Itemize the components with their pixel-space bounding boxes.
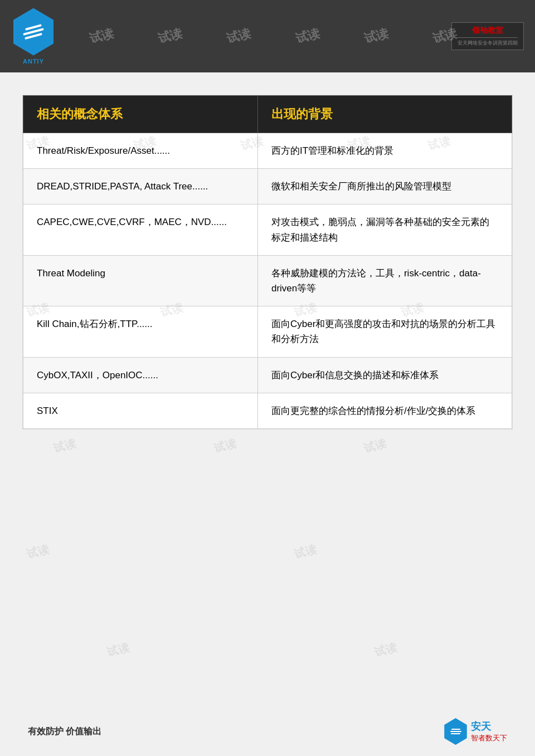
table-cell-right: 面向更完整的综合性的情报分析/作业/交换的体系 <box>257 393 512 428</box>
logo-text: ANTIY <box>23 58 44 65</box>
table-cell-right: 面向Cyber和更高强度的攻击和对抗的场景的分析工具和分析方法 <box>257 306 512 357</box>
footer-brand-sub: 智者数天下 <box>471 733 507 743</box>
table-row: Threat/Risk/Exposure/Asset......西方的IT管理和… <box>23 133 512 169</box>
header-wm-2: 试读 <box>156 25 184 47</box>
table-cell-right: 西方的IT管理和标准化的背景 <box>257 133 512 169</box>
footer-hex-line-2 <box>450 731 461 732</box>
footer-logo-hex <box>443 718 468 745</box>
watermark-11: 试读 <box>362 436 388 456</box>
header-wm-4: 试读 <box>294 25 322 47</box>
footer-hex-line-3 <box>451 733 460 734</box>
header-wm-3: 试读 <box>225 25 252 47</box>
table-row: Threat Modeling各种威胁建模的方法论，工具，risk-centri… <box>23 255 512 306</box>
table-cell-left: STIX <box>23 393 258 428</box>
table-row: DREAD,STRIDE,PASTA, Attack Tree......微软和… <box>23 169 512 204</box>
col1-header: 相关的概念体系 <box>23 96 258 133</box>
table-row: STIX面向更完整的综合性的情报分析/作业/交换的体系 <box>23 393 512 428</box>
header: ANTIY 试读 试读 试读 试读 试读 试读 领袖教室 安天网络安全冬训营第四… <box>0 0 535 72</box>
watermark-12: 试读 <box>25 542 51 562</box>
footer-hex-line-1 <box>451 729 460 730</box>
watermark-15: 试读 <box>373 640 398 660</box>
main-table: 相关的概念体系 出现的背景 Threat/Risk/Exposure/Asset… <box>23 95 512 429</box>
footer: 有效防护 价值输出 安天 智者数天下 <box>0 718 535 745</box>
footer-hex-inner <box>450 729 461 734</box>
table-row: CAPEC,CWE,CVE,CVRF，MAEC，NVD......对攻击模式，脆… <box>23 204 512 255</box>
table-cell-left: Threat Modeling <box>23 255 258 306</box>
watermark-13: 试读 <box>293 542 318 562</box>
table-header-row: 相关的概念体系 出现的背景 <box>23 96 512 133</box>
table-cell-right: 面向Cyber和信息交换的描述和标准体系 <box>257 357 512 393</box>
table-cell-right: 各种威胁建模的方法论，工具，risk-centric，data-driven等等 <box>257 255 512 306</box>
table-cell-right: 微软和相关安全厂商所推出的风险管理模型 <box>257 169 512 204</box>
logo-hexagon <box>11 8 56 56</box>
footer-brand-name: 安天 <box>471 720 491 733</box>
logo-lines <box>23 26 44 37</box>
table-cell-left: CAPEC,CWE,CVE,CVRF，MAEC，NVD...... <box>23 204 258 255</box>
main-content: 相关的概念体系 出现的背景 Threat/Risk/Exposure/Asset… <box>22 95 513 430</box>
header-wm-5: 试读 <box>362 25 390 47</box>
right-logo-main: 领袖教室 <box>472 26 503 36</box>
table-cell-left: Threat/Risk/Exposure/Asset...... <box>23 133 258 169</box>
table-row: Kill Chain,钻石分析,TTP......面向Cyber和更高强度的攻击… <box>23 306 512 357</box>
right-logo-divider <box>458 37 518 38</box>
logo-container: ANTIY <box>11 8 56 65</box>
table-row: CybOX,TAXII，OpenIOC......面向Cyber和信息交换的描述… <box>23 357 512 393</box>
footer-logo: 安天 智者数天下 <box>443 718 507 745</box>
table-cell-left: CybOX,TAXII，OpenIOC...... <box>23 357 258 393</box>
footer-right: 安天 智者数天下 <box>443 718 507 745</box>
header-wm-1: 试读 <box>87 25 115 47</box>
footer-left-text: 有效防护 价值输出 <box>28 726 101 738</box>
table-cell-right: 对攻击模式，脆弱点，漏洞等各种基础的安全元素的标定和描述结构 <box>257 204 512 255</box>
table-body: Threat/Risk/Exposure/Asset......西方的IT管理和… <box>23 133 512 429</box>
watermark-10: 试读 <box>212 436 238 456</box>
footer-brand: 安天 智者数天下 <box>471 720 507 743</box>
watermark-9: 试读 <box>52 436 77 456</box>
table-cell-left: Kill Chain,钻石分析,TTP...... <box>23 306 258 357</box>
right-logo-sub: 安天网络安全冬训营第四期 <box>458 40 518 47</box>
table-cell-left: DREAD,STRIDE,PASTA, Attack Tree...... <box>23 169 258 204</box>
col2-header: 出现的背景 <box>257 96 512 133</box>
header-right-logo: 领袖教室 安天网络安全冬训营第四期 <box>451 22 524 50</box>
watermark-14: 试读 <box>105 640 131 660</box>
